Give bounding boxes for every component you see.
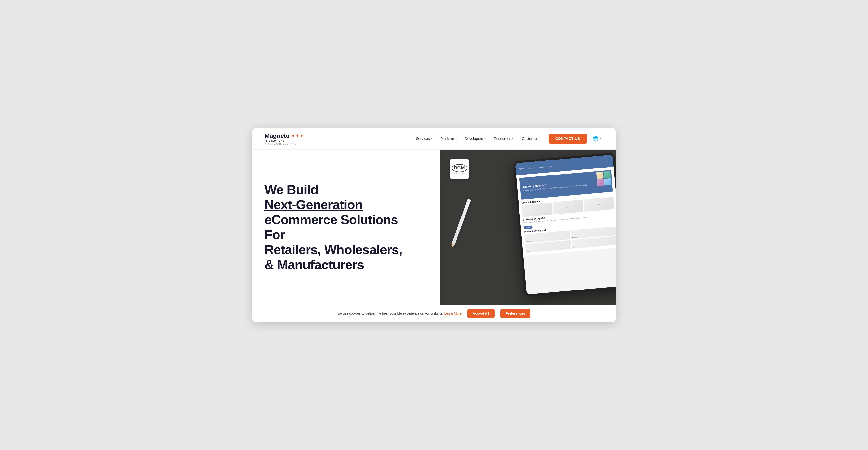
tablet-cta-btn[interactable]: Explore bbox=[524, 226, 533, 229]
gem-4 bbox=[604, 178, 611, 185]
tablet-gems-grid bbox=[596, 171, 612, 186]
gem-1 bbox=[596, 172, 603, 179]
nav-item-customers[interactable]: Customers bbox=[518, 135, 543, 142]
tablet-screen: Home Collection About Contact Curating e… bbox=[515, 155, 616, 294]
language-selector[interactable]: 🌐 ▾ bbox=[590, 134, 603, 143]
rgm-since-text: SINCE 1885 bbox=[454, 172, 465, 174]
nav-item-developers[interactable]: Developers ▾ bbox=[461, 135, 489, 142]
hero-section: We Build Next-Generation eCommerce Solut… bbox=[252, 150, 616, 304]
cookie-banner: we use cookies to deliver the best possi… bbox=[252, 304, 616, 322]
nav-item-platform[interactable]: Platform ▾ bbox=[437, 135, 460, 142]
chevron-down-icon: ▾ bbox=[485, 137, 486, 140]
rgm-badge: RGM SINCE 1885 bbox=[450, 159, 469, 179]
contact-us-button[interactable]: CONTACT US bbox=[549, 134, 587, 143]
logo-sub-text: A NEXSTAR COMPANY bbox=[265, 142, 304, 145]
hero-image-bg: RGM SINCE 1885 Home Collection About Con… bbox=[440, 150, 616, 304]
globe-icon: 🌐 bbox=[593, 136, 599, 141]
logo-brand-text: Magneto bbox=[265, 132, 289, 140]
chevron-down-icon: ▾ bbox=[512, 137, 514, 140]
gem-3 bbox=[597, 179, 604, 186]
diamond-2: 💎 bbox=[553, 200, 584, 215]
navbar: Magneto ✦✦✦ IT SOLUTIONS A NEXSTAR COMPA… bbox=[252, 128, 616, 150]
nav-links: Services ▾ Platform ▾ Developers ▾ Resou… bbox=[412, 135, 543, 142]
chevron-down-icon: ▾ bbox=[600, 137, 601, 140]
rgm-logo-text: RGM bbox=[452, 164, 467, 172]
logo-area: Magneto ✦✦✦ IT SOLUTIONS A NEXSTAR COMPA… bbox=[265, 132, 304, 145]
nav-item-resources[interactable]: Resources ▾ bbox=[490, 135, 517, 142]
tablet-content: Curating elegance Crafting exquisite jew… bbox=[516, 167, 616, 256]
hero-text: We Build Next-Generation eCommerce Solut… bbox=[265, 182, 440, 272]
tablet-hero-text: Curating elegance Crafting exquisite jew… bbox=[523, 180, 588, 192]
hero-title: We Build Next-Generation eCommerce Solut… bbox=[265, 182, 430, 272]
logo-it-text: IT SOLUTIONS bbox=[265, 140, 304, 142]
gem-2 bbox=[603, 171, 611, 179]
chevron-down-icon: ▾ bbox=[431, 137, 432, 140]
browser-window: Magneto ✦✦✦ IT SOLUTIONS A NEXSTAR COMPA… bbox=[252, 128, 616, 322]
chevron-down-icon: ▾ bbox=[455, 137, 457, 140]
logo-main: Magneto ✦✦✦ bbox=[265, 132, 304, 140]
cookie-text: we use cookies to deliver the best possi… bbox=[338, 312, 462, 315]
diamond-1: 💎 bbox=[522, 202, 553, 217]
diamond-3: 💎 bbox=[583, 197, 614, 212]
pencil-decoration bbox=[451, 199, 471, 246]
preferences-button[interactable]: Preferences bbox=[500, 309, 530, 318]
nav-item-services[interactable]: Services ▾ bbox=[412, 135, 436, 142]
tablet-mockup: Home Collection About Contact Curating e… bbox=[513, 153, 616, 296]
logo-icon: ✦✦✦ bbox=[291, 133, 304, 139]
accept-all-button[interactable]: Accept All bbox=[467, 309, 495, 318]
hero-image: RGM SINCE 1885 Home Collection About Con… bbox=[440, 150, 616, 304]
learn-more-link[interactable]: Learn More bbox=[444, 312, 462, 315]
